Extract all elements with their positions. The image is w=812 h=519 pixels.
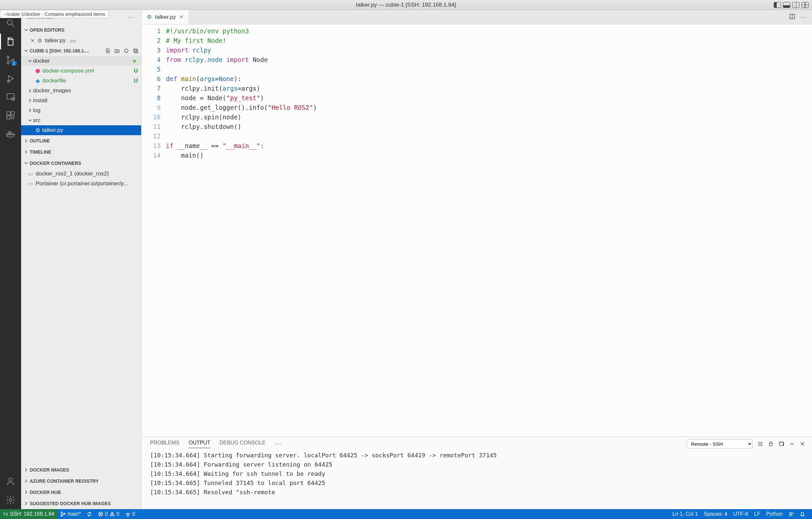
ports-status[interactable]: 0 bbox=[122, 511, 138, 517]
close-icon[interactable]: ✕ bbox=[30, 37, 35, 44]
svg-rect-27 bbox=[770, 443, 773, 446]
azure-label: AZURE CONTAINER REGISTRY bbox=[30, 479, 98, 484]
new-folder-icon[interactable] bbox=[114, 48, 120, 54]
open-editors-label: OPEN EDITORS bbox=[30, 27, 65, 33]
container-running-icon: ▭ bbox=[28, 171, 33, 177]
chevron-down-icon bbox=[24, 49, 28, 53]
source-control-icon[interactable]: 2 bbox=[0, 51, 21, 69]
notifications-icon[interactable] bbox=[797, 512, 808, 517]
line-gutter: 1234567891011121314 bbox=[142, 24, 166, 437]
suggested-header[interactable]: SUGGESTED DOCKER HUB IMAGES bbox=[21, 498, 141, 509]
folder-label: log bbox=[33, 107, 40, 114]
svg-point-18 bbox=[9, 478, 12, 482]
activity-bar: 2 bbox=[0, 10, 21, 509]
open-editor-item[interactable]: ✕ ⚙ talker.py src bbox=[21, 36, 141, 46]
open-editors-header[interactable]: OPEN EDITORS bbox=[21, 24, 141, 36]
lock-scroll-icon[interactable] bbox=[768, 441, 774, 447]
panel-more-icon[interactable]: ⋯ bbox=[275, 440, 282, 448]
remote-explorer-icon[interactable] bbox=[0, 88, 21, 106]
git-branch[interactable]: main* bbox=[57, 511, 84, 517]
file-talker-py[interactable]: ⚙ talker.py bbox=[21, 125, 141, 135]
svg-rect-17 bbox=[9, 132, 10, 133]
chevron-down-icon bbox=[24, 28, 28, 32]
open-editor-filename: talker.py bbox=[45, 37, 66, 44]
azure-header[interactable]: AZURE CONTAINER REGISTRY bbox=[21, 475, 141, 487]
svg-rect-7 bbox=[7, 94, 14, 99]
language-mode[interactable]: Python bbox=[763, 511, 786, 517]
remote-indicator[interactable]: SSH: 192.168.1.84 bbox=[0, 509, 57, 519]
open-editor-dir: src bbox=[69, 38, 76, 44]
eol[interactable]: LF bbox=[751, 511, 763, 517]
collapse-all-icon[interactable] bbox=[133, 48, 139, 54]
sync-icon[interactable] bbox=[84, 512, 95, 517]
container-item[interactable]: ▭ docker_ros2_1 (docker_ros2) bbox=[21, 169, 141, 179]
refresh-icon[interactable] bbox=[123, 48, 129, 54]
file-label: dockerfile bbox=[42, 78, 66, 84]
chevron-right-icon bbox=[24, 139, 28, 143]
close-panel-icon[interactable] bbox=[800, 441, 805, 447]
git-status-u: U bbox=[134, 78, 138, 84]
chevron-right-icon bbox=[24, 479, 28, 483]
bottom-panel: PROBLEMS OUTPUT DEBUG CONSOLE ⋯ Remote -… bbox=[142, 437, 812, 509]
titlebar: talker.py — cubie-1 [SSH: 192.168.1.84] bbox=[0, 0, 812, 10]
explorer-icon[interactable] bbox=[0, 32, 21, 51]
folder-docker[interactable]: docker bbox=[21, 56, 141, 66]
tab-problems[interactable]: PROBLEMS bbox=[150, 440, 179, 448]
word-wrap-icon[interactable] bbox=[757, 441, 763, 447]
window-title: talker.py — cubie-1 [SSH: 192.168.1.84] bbox=[356, 2, 456, 8]
encoding[interactable]: UTF-8 bbox=[730, 511, 751, 517]
workspace-header[interactable]: CUBIE-1 [SSH: 192.168.1.... bbox=[21, 46, 141, 56]
docker-icon[interactable] bbox=[0, 125, 21, 143]
tab-output[interactable]: OUTPUT bbox=[188, 440, 210, 448]
chevron-right-icon bbox=[24, 490, 28, 494]
problems-status[interactable]: 0 0 bbox=[95, 511, 122, 517]
tab-debug-console[interactable]: DEBUG CONSOLE bbox=[220, 440, 266, 448]
extensions-icon[interactable] bbox=[0, 106, 21, 125]
file-dockerfile[interactable]: ◆ dockerfile U bbox=[21, 76, 141, 86]
chevron-right-icon bbox=[24, 468, 28, 472]
svg-rect-13 bbox=[11, 116, 14, 119]
svg-point-38 bbox=[128, 516, 128, 516]
folder-src[interactable]: src bbox=[21, 115, 141, 125]
output-channel-select[interactable]: Remote - SSH bbox=[687, 439, 753, 449]
code-content[interactable]: #!/usr/bin/env python3# My first Node!im… bbox=[166, 24, 317, 437]
settings-gear-icon[interactable] bbox=[0, 491, 21, 509]
dockerfile-icon: ◆ bbox=[34, 78, 41, 84]
split-editor-icon[interactable] bbox=[789, 13, 795, 21]
toggle-secondary-sidebar-icon[interactable] bbox=[792, 2, 800, 8]
breadcrumb-tooltip: ~/cubie-1/docker · Contains emphasized i… bbox=[0, 10, 109, 18]
editor-tab-talker[interactable]: ⚙ talker.py ✕ bbox=[142, 10, 189, 24]
chevron-right-icon bbox=[24, 150, 28, 154]
new-file-icon[interactable] bbox=[105, 48, 111, 54]
customize-layout-icon[interactable] bbox=[802, 2, 809, 8]
toggle-panel-icon[interactable] bbox=[783, 2, 790, 8]
timeline-label: TIMELINE bbox=[30, 149, 51, 155]
close-icon[interactable]: ✕ bbox=[179, 14, 183, 20]
explorer-more-icon[interactable]: ⋯ bbox=[127, 13, 135, 21]
accounts-icon[interactable] bbox=[0, 472, 21, 491]
folder-label: src bbox=[33, 117, 40, 124]
editor-tabbar: ⚙ talker.py ✕ ⋯ bbox=[142, 10, 812, 24]
feedback-icon[interactable] bbox=[786, 512, 797, 517]
output-body[interactable]: [10:15:34.664] Starting forwarding serve… bbox=[142, 451, 812, 509]
file-docker-compose[interactable]: ⬢ docker-compose.yml U bbox=[21, 66, 141, 76]
open-log-icon[interactable] bbox=[778, 441, 784, 447]
suggested-label: SUGGESTED DOCKER HUB IMAGES bbox=[30, 501, 111, 506]
docker-images-header[interactable]: DOCKER IMAGES bbox=[21, 464, 141, 475]
folder-log[interactable]: log bbox=[21, 106, 141, 115]
outline-header[interactable]: OUTLINE bbox=[21, 135, 141, 146]
code-editor[interactable]: 1234567891011121314 #!/usr/bin/env pytho… bbox=[142, 24, 812, 437]
indentation[interactable]: Spaces: 4 bbox=[701, 511, 730, 517]
chevron-down-icon bbox=[24, 161, 28, 165]
docker-hub-header[interactable]: DOCKER HUB bbox=[21, 487, 141, 498]
run-debug-icon[interactable] bbox=[0, 69, 21, 88]
folder-install[interactable]: install bbox=[21, 96, 141, 106]
editor-more-icon[interactable]: ⋯ bbox=[800, 13, 807, 21]
container-item[interactable]: ▭ Portainer (cr.portainer.io/portainer/p… bbox=[21, 179, 141, 189]
toggle-primary-sidebar-icon[interactable] bbox=[774, 2, 781, 8]
timeline-header[interactable]: TIMELINE bbox=[21, 146, 141, 157]
docker-containers-header[interactable]: DOCKER CONTAINERS bbox=[21, 157, 141, 169]
chevron-up-icon[interactable] bbox=[789, 441, 795, 447]
cursor-position[interactable]: Ln 1, Col 1 bbox=[669, 511, 701, 517]
folder-docker-images[interactable]: docker_images bbox=[21, 86, 141, 96]
